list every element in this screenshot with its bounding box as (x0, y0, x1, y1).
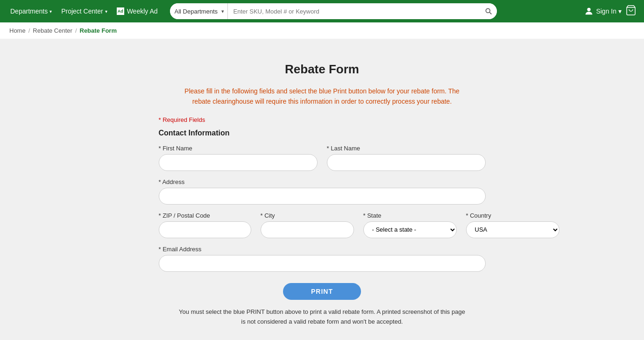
breadcrumb: Home / Rebate Center / Rebate Form (0, 22, 644, 39)
search-box: All Departments Tools Hardware Plumbing … (170, 3, 497, 19)
breadcrumb-home[interactable]: Home (9, 27, 26, 34)
email-label: * Email Address (159, 246, 486, 253)
first-name-input[interactable] (159, 154, 318, 171)
departments-nav[interactable]: Departments ▾ (7, 7, 55, 15)
zip-label: * ZIP / Postal Code (159, 212, 251, 219)
name-row: * First Name * Last Name (159, 145, 486, 171)
departments-label: Departments (10, 7, 48, 15)
project-center-chevron-icon: ▾ (105, 9, 107, 14)
page-title: Rebate Form (159, 62, 486, 77)
contact-section-title: Contact Information (159, 129, 486, 137)
email-input[interactable] (159, 255, 486, 272)
last-name-input[interactable] (327, 154, 486, 171)
country-select[interactable]: USA Canada Mexico (466, 221, 559, 238)
required-note: * Required Fields (159, 116, 486, 123)
search-button[interactable] (480, 3, 497, 19)
svg-line-1 (489, 12, 491, 14)
search-icon (485, 7, 492, 15)
state-select[interactable]: - Select a state - Alabama Alaska Arizon… (363, 221, 457, 238)
last-name-group: * Last Name (327, 145, 486, 171)
project-center-nav[interactable]: Project Center ▾ (58, 7, 110, 15)
zip-input[interactable] (159, 221, 251, 238)
address-group: * Address (159, 178, 486, 205)
print-btn-container: PRINT (159, 283, 486, 300)
location-row: * ZIP / Postal Code * City * State - Sel… (159, 212, 486, 238)
header-right: Sign In ▾ (584, 5, 637, 18)
sign-in-label: Sign In (596, 7, 616, 15)
first-name-group: * First Name (159, 145, 318, 171)
breadcrumb-current: Rebate Form (80, 27, 117, 34)
first-name-label: * First Name (159, 145, 318, 152)
weekly-ad-label: Weekly Ad (127, 7, 158, 15)
svg-point-0 (486, 8, 490, 13)
print-note: You must select the blue PRINT button ab… (177, 307, 467, 327)
email-group: * Email Address (159, 246, 486, 272)
search-dept-wrapper: All Departments Tools Hardware Plumbing … (170, 3, 228, 19)
cart-button[interactable] (625, 5, 637, 18)
departments-chevron-icon: ▾ (50, 9, 52, 14)
form-container: Rebate Form Please fill in the following… (145, 53, 500, 340)
country-group: * Country USA Canada Mexico (466, 212, 559, 238)
city-group: * City (261, 212, 354, 238)
weekly-ad-icon: Ad (117, 7, 124, 15)
svg-point-2 (587, 8, 591, 11)
weekly-ad-nav[interactable]: Ad Weekly Ad (114, 7, 161, 15)
address-input[interactable] (159, 188, 486, 205)
sign-in-button[interactable]: Sign In ▾ (584, 6, 622, 16)
email-row: * Email Address (159, 246, 486, 272)
form-description: Please fill in the following fields and … (182, 86, 462, 107)
header: Departments ▾ Project Center ▾ Ad Weekly… (0, 0, 644, 22)
country-label: * Country (466, 212, 559, 219)
project-center-label: Project Center (61, 7, 103, 15)
state-group: * State - Select a state - Alabama Alask… (363, 212, 457, 238)
address-label: * Address (159, 178, 486, 185)
zip-group: * ZIP / Postal Code (159, 212, 251, 238)
breadcrumb-sep2: / (75, 27, 77, 34)
cart-icon (625, 5, 637, 16)
main-content: Rebate Form Please fill in the following… (0, 39, 644, 340)
search-input[interactable] (228, 3, 480, 19)
last-name-label: * Last Name (327, 145, 486, 152)
search-container: All Departments Tools Hardware Plumbing … (170, 3, 497, 19)
city-label: * City (261, 212, 354, 219)
sign-in-chevron-icon: ▾ (618, 7, 622, 15)
state-label: * State (363, 212, 457, 219)
print-button[interactable]: PRINT (283, 283, 361, 300)
breadcrumb-sep1: / (28, 27, 30, 34)
address-row: * Address (159, 178, 486, 205)
search-department-select[interactable]: All Departments Tools Hardware Plumbing … (170, 3, 228, 19)
breadcrumb-rebate-center[interactable]: Rebate Center (33, 27, 72, 34)
user-icon (584, 6, 594, 16)
city-input[interactable] (261, 221, 354, 238)
